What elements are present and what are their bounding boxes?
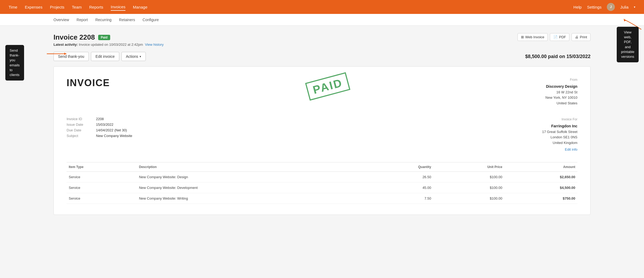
action-bar-left: Send thank-you Edit invoice Actions ▾	[53, 52, 146, 61]
item-type-cell: Service	[67, 182, 137, 193]
nav-invoices[interactable]: Invoices	[111, 3, 125, 11]
paid-stamp: PAID	[307, 77, 349, 96]
invoice-header-left: Invoice 2208 Paid Latest activity: Invoi…	[53, 33, 164, 47]
page-header: Invoice 2208 Paid Latest activity: Invoi…	[53, 33, 591, 47]
table-row: Service New Company Website: Development…	[67, 182, 577, 193]
subject-value: New Company Website	[96, 134, 132, 138]
nav-expenses[interactable]: Expenses	[25, 4, 43, 10]
meta-invoice-id: Invoice ID 2208	[67, 117, 132, 121]
item-type-cell: Service	[67, 172, 137, 182]
invoice-title: Invoice 2208	[53, 33, 95, 41]
invoice-id-label: Invoice ID	[67, 117, 91, 121]
subnav-overview[interactable]: Overview	[53, 17, 69, 23]
latest-activity: Latest activity: Invoice updated on 10/0…	[53, 43, 164, 47]
paid-info: $8,500.00 paid on 15/03/2022	[525, 54, 591, 59]
action-bar: Send thank-you Edit invoice Actions ▾ $8…	[53, 52, 591, 61]
user-name[interactable]: Julia	[620, 5, 628, 9]
web-invoice-button[interactable]: ⊞ Web Invoice	[518, 33, 548, 41]
issue-date-value: 15/03/2022	[96, 123, 113, 127]
header-action-buttons: ⊞ Web Invoice 📄 PDF 🖨 Print	[518, 33, 591, 41]
invoice-for-block: Invoice For Farringdon Inc 17 Great Suff…	[542, 117, 577, 153]
item-unit-price-cell: $100.00	[433, 193, 504, 204]
paid-badge: Paid	[98, 35, 110, 40]
invoice-for-name: Farringdon Inc	[542, 123, 577, 129]
edit-info-link[interactable]: Edit info	[565, 147, 577, 153]
table-row: Service New Company Website: Writing 7.5…	[67, 193, 577, 204]
line-items-table: Item Type Description Quantity Unit Pric…	[67, 162, 577, 204]
invoice-for-address1: 17 Great Suffolk Street	[542, 129, 577, 135]
subject-label: Subject	[67, 134, 91, 138]
nav-reports[interactable]: Reports	[89, 4, 103, 10]
due-date-value: 14/04/2022 (Net 30)	[96, 128, 127, 132]
item-amount-cell: $4,500.00	[504, 182, 577, 193]
activity-prefix: Latest activity:	[53, 43, 78, 47]
meta-subject: Subject New Company Website	[67, 134, 132, 138]
settings-link[interactable]: Settings	[587, 5, 601, 9]
meta-left: Invoice ID 2208 Issue Date 15/03/2022 Du…	[67, 117, 132, 153]
main-content: Invoice 2208 Paid Latest activity: Invoi…	[0, 26, 644, 278]
meta-due-date: Due Date 14/04/2022 (Net 30)	[67, 128, 132, 132]
view-history-link[interactable]: View history	[145, 43, 164, 47]
pdf-button[interactable]: 📄 PDF	[550, 33, 569, 41]
print-button[interactable]: 🖨 Print	[572, 33, 591, 41]
from-address2: New York, NY 10010	[545, 95, 577, 101]
pdf-icon: 📄	[553, 35, 558, 39]
invoice-for-address2: London SE1 0NS	[542, 135, 577, 140]
col-quantity: Quantity	[369, 162, 433, 172]
item-unit-price-cell: $100.00	[433, 182, 504, 193]
item-type-cell: Service	[67, 193, 137, 204]
item-amount-cell: $750.00	[504, 193, 577, 204]
actions-button[interactable]: Actions ▾	[121, 52, 146, 61]
invoice-for-country: United Kingdom	[542, 140, 577, 146]
col-description: Description	[137, 162, 370, 172]
item-description-cell: New Company Website: Writing	[137, 193, 370, 204]
table-row: Service New Company Website: Design 26.5…	[67, 172, 577, 182]
item-quantity-cell: 45.00	[369, 182, 433, 193]
subnav-retainers[interactable]: Retainers	[119, 17, 135, 23]
web-invoice-icon: ⊞	[521, 35, 524, 39]
activity-text: Invoice updated on 10/03/2022 at 2:42pm	[79, 43, 143, 47]
nav-links: Time Expenses Projects Team Reports Invo…	[9, 3, 147, 11]
invoice-card: INVOICE PAID From Discovery Design 16 W …	[53, 66, 591, 215]
subnav-report[interactable]: Report	[76, 17, 88, 23]
user-dropdown-icon[interactable]: ▾	[634, 5, 635, 9]
item-quantity-cell: 26.50	[369, 172, 433, 182]
from-block: From Discovery Design 16 W 22nd St New Y…	[545, 77, 577, 106]
col-amount: Amount	[504, 162, 577, 172]
subnav-configure[interactable]: Configure	[143, 17, 159, 23]
invoice-title-row: Invoice 2208 Paid	[53, 33, 164, 41]
avatar[interactable]: J	[607, 3, 615, 11]
item-unit-price-cell: $100.00	[433, 172, 504, 182]
meta-issue-date: Issue Date 15/03/2022	[67, 123, 132, 127]
nav-right: Help Settings J Julia ▾	[573, 3, 635, 11]
actions-chevron-icon: ▾	[140, 55, 141, 58]
invoice-id-value: 2208	[96, 117, 104, 121]
due-date-label: Due Date	[67, 128, 91, 132]
invoice-header: INVOICE PAID From Discovery Design 16 W …	[67, 77, 577, 106]
invoice-for-label: Invoice For	[542, 117, 577, 122]
from-label: From	[545, 77, 577, 82]
from-address1: 16 W 22nd St	[545, 90, 577, 95]
nav-team[interactable]: Team	[72, 4, 82, 10]
col-item-type: Item Type	[67, 162, 137, 172]
col-unit-price: Unit Price	[433, 162, 504, 172]
sub-navigation: Overview Report Recurring Retainers Conf…	[0, 14, 644, 26]
nav-time[interactable]: Time	[9, 4, 17, 10]
nav-projects[interactable]: Projects	[50, 4, 64, 10]
send-thankyou-button[interactable]: Send thank-you	[53, 52, 89, 61]
invoice-meta: Invoice ID 2208 Issue Date 15/03/2022 Du…	[67, 117, 577, 153]
print-icon: 🖨	[575, 35, 578, 39]
subnav-recurring[interactable]: Recurring	[95, 17, 112, 23]
item-description-cell: New Company Website: Development	[137, 182, 370, 193]
item-description-cell: New Company Website: Design	[137, 172, 370, 182]
from-name: Discovery Design	[545, 83, 577, 89]
nav-manage[interactable]: Manage	[133, 4, 147, 10]
item-quantity-cell: 7.50	[369, 193, 433, 204]
issue-date-label: Issue Date	[67, 123, 91, 127]
from-country: United States	[545, 101, 577, 106]
edit-invoice-button[interactable]: Edit invoice	[91, 52, 119, 61]
invoice-word: INVOICE	[67, 77, 110, 89]
item-amount-cell: $2,650.00	[504, 172, 577, 182]
paid-stamp-text: PAID	[305, 72, 350, 101]
help-link[interactable]: Help	[573, 5, 582, 9]
